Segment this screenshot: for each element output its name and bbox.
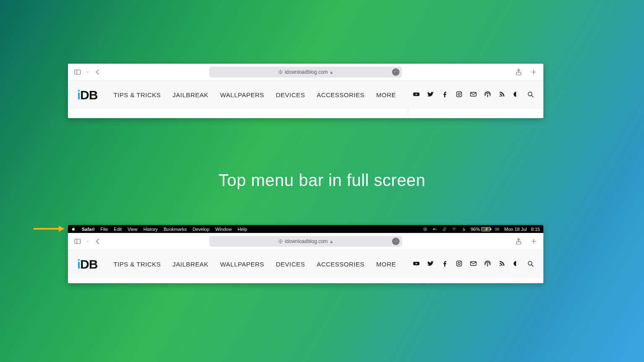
more-button[interactable]: ⋯: [392, 238, 400, 245]
menubar-date[interactable]: Mon 18 Jul: [504, 227, 527, 232]
svg-marker-16: [425, 228, 426, 230]
control-center-icon[interactable]: [495, 226, 500, 232]
chevron-down-icon[interactable]: [86, 238, 90, 245]
new-tab-button[interactable]: [530, 238, 538, 245]
menubar-item[interactable]: Bookmarks: [164, 227, 187, 232]
menubar-item[interactable]: History: [143, 227, 158, 232]
new-tab-button[interactable]: [530, 68, 538, 76]
rss-icon[interactable]: [498, 90, 506, 100]
wifi-icon[interactable]: [452, 226, 457, 232]
lock-icon: [330, 70, 333, 74]
nav-item[interactable]: WALLPAPERS: [220, 261, 264, 268]
share-button[interactable]: [515, 238, 522, 245]
safari-window-with-menubar: Safari File Edit View History Bookmarks …: [68, 225, 543, 283]
menubar-item[interactable]: Window: [216, 227, 232, 232]
address-bar[interactable]: idownloadblog.com ⋯: [209, 67, 402, 78]
sidebar-toggle-icon[interactable]: [74, 238, 81, 245]
youtube-icon[interactable]: [413, 90, 420, 100]
twitter-icon[interactable]: [427, 90, 434, 100]
sound-icon[interactable]: [432, 226, 438, 232]
nav-item[interactable]: DEVICES: [276, 91, 305, 98]
svg-rect-20: [496, 229, 497, 230]
back-button[interactable]: [94, 68, 101, 76]
site-logo[interactable]: iDB: [77, 88, 98, 102]
apple-menu-icon[interactable]: [71, 227, 76, 231]
svg-rect-19: [498, 228, 499, 229]
nav-item[interactable]: JAILBREAK: [173, 91, 208, 98]
content-area: [68, 109, 543, 118]
nav-item[interactable]: TIPS & TRICKS: [114, 261, 161, 268]
site-logo[interactable]: iDB: [77, 257, 98, 272]
annotation-arrow: [34, 226, 66, 231]
globe-icon: [278, 70, 283, 75]
darkmode-icon[interactable]: [512, 90, 520, 100]
more-button[interactable]: ⋯: [392, 68, 400, 76]
menubar-time[interactable]: 8:15: [531, 227, 540, 232]
podcast-icon[interactable]: [484, 260, 491, 269]
site-header: iDB TIPS & TRICKS JAILBREAK WALLPAPERS D…: [68, 250, 543, 278]
content-area: [68, 278, 543, 283]
svg-rect-25: [330, 241, 332, 243]
twitter-icon[interactable]: [427, 260, 434, 269]
chevron-down-icon[interactable]: [86, 68, 90, 76]
mail-icon[interactable]: [470, 90, 477, 100]
menubar-item[interactable]: Help: [238, 227, 247, 232]
menubar-item[interactable]: File: [101, 227, 108, 232]
nav-item[interactable]: MORE: [376, 91, 396, 98]
attachment-icon[interactable]: [442, 226, 447, 232]
safari-toolbar: idownloadblog.com ⋯: [68, 64, 543, 80]
back-button[interactable]: [94, 238, 101, 245]
svg-point-13: [528, 92, 532, 96]
safari-toolbar: idownloadblog.com ⋯: [68, 233, 543, 250]
address-url: idownloadblog.com: [285, 238, 328, 244]
facebook-icon[interactable]: [441, 90, 449, 100]
nav-item[interactable]: DEVICES: [276, 261, 305, 268]
site-header: iDB TIPS & TRICKS JAILBREAK WALLPAPERS D…: [68, 80, 543, 109]
svg-point-8: [458, 93, 460, 95]
rss-icon[interactable]: [498, 260, 506, 269]
nav-item[interactable]: ACCESSORIES: [317, 261, 364, 268]
bluetooth-icon[interactable]: [461, 226, 467, 232]
search-icon[interactable]: [527, 260, 534, 269]
now-playing-icon[interactable]: [423, 226, 428, 232]
macos-menubar: Safari File Edit View History Bookmarks …: [68, 225, 543, 233]
svg-point-31: [460, 261, 461, 262]
menubar-item[interactable]: View: [127, 227, 138, 232]
podcast-icon[interactable]: [484, 90, 491, 100]
menubar-item[interactable]: Edit: [114, 227, 122, 232]
darkmode-icon[interactable]: [512, 260, 520, 269]
address-bar[interactable]: idownloadblog.com ⋯: [209, 236, 402, 247]
svg-line-36: [532, 265, 533, 266]
nav-item[interactable]: MORE: [376, 261, 396, 268]
lock-icon: [330, 239, 333, 243]
instagram-icon[interactable]: [455, 90, 463, 100]
nav-item[interactable]: ACCESSORIES: [317, 91, 364, 98]
site-nav: TIPS & TRICKS JAILBREAK WALLPAPERS DEVIC…: [114, 91, 396, 98]
facebook-icon[interactable]: [441, 260, 449, 269]
svg-rect-3: [330, 72, 332, 73]
menubar-app-name[interactable]: Safari: [82, 227, 95, 232]
nav-item[interactable]: WALLPAPERS: [220, 91, 264, 98]
site-nav: TIPS & TRICKS JAILBREAK WALLPAPERS DEVIC…: [114, 261, 396, 268]
svg-point-11: [487, 93, 488, 94]
menubar-item[interactable]: Develop: [192, 227, 209, 232]
address-url: idownloadblog.com: [285, 69, 328, 75]
instagram-icon[interactable]: [455, 260, 463, 269]
caption-text: Top menu bar in full screen: [0, 171, 644, 190]
battery-percentage: 96%: [471, 227, 480, 232]
sidebar-toggle-icon[interactable]: [74, 68, 81, 76]
svg-rect-22: [75, 239, 80, 243]
share-button[interactable]: [515, 68, 522, 76]
site-social-icons: [413, 260, 534, 269]
nav-item[interactable]: JAILBREAK: [173, 261, 208, 268]
svg-line-14: [532, 96, 533, 97]
globe-icon: [278, 239, 283, 244]
search-icon[interactable]: [527, 90, 534, 100]
svg-point-17: [454, 230, 454, 231]
mail-icon[interactable]: [470, 260, 477, 269]
nav-item[interactable]: TIPS & TRICKS: [114, 91, 161, 98]
battery-status[interactable]: 96% ⚡: [471, 227, 491, 232]
svg-point-35: [528, 261, 532, 265]
youtube-icon[interactable]: [413, 260, 420, 269]
svg-rect-0: [75, 70, 80, 74]
